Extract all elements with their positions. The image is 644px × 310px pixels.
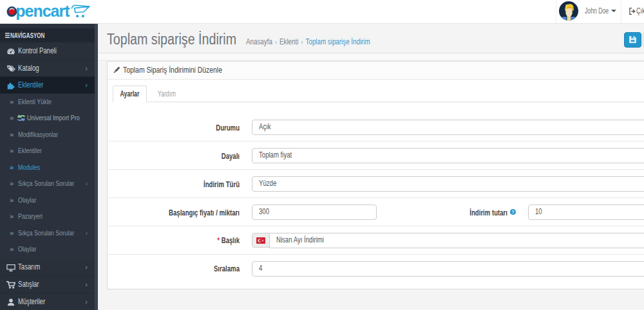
svg-text:?: ? [512,210,515,214]
